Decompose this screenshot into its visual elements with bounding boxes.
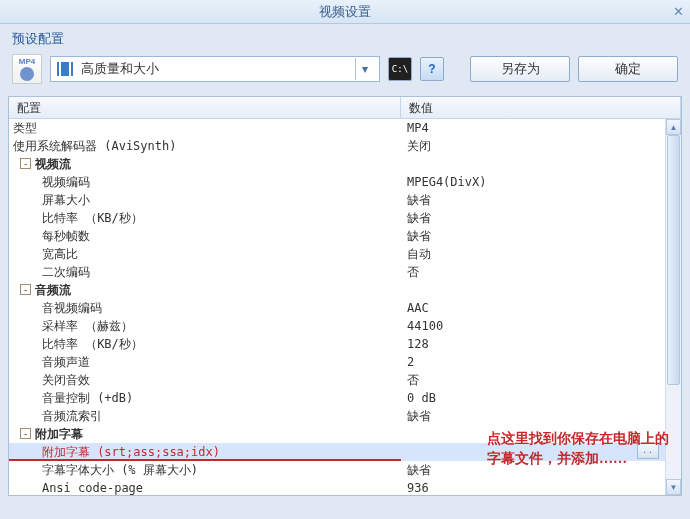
table-row[interactable]: 字幕字体大小 (% 屏幕大小)缺省	[9, 461, 681, 479]
row-label: 屏幕大小	[9, 191, 401, 209]
preset-row: MP4 高质量和大小 ▾ C:\ ? 另存为 确定	[12, 54, 678, 84]
preset-title: 预设配置	[12, 30, 678, 48]
settings-table: 配置 数值 类型MP4使用系统解码器 (AviSynth)关闭 -视频流 视频编…	[8, 96, 682, 496]
table-row[interactable]: 比特率 （KB/秒）128	[9, 335, 681, 353]
collapse-icon[interactable]: -	[20, 158, 31, 169]
row-value[interactable]: 0 dB	[401, 389, 681, 407]
table-row[interactable]: 使用系统解码器 (AviSynth)关闭	[9, 137, 681, 155]
collapse-icon[interactable]: -	[20, 284, 31, 295]
row-value[interactable]: 缺省	[401, 227, 681, 245]
saveas-button[interactable]: 另存为	[470, 56, 570, 82]
table-row[interactable]: 音量控制 (+dB)0 dB	[9, 389, 681, 407]
collapse-icon[interactable]: -	[20, 428, 31, 439]
row-label: 二次编码	[9, 263, 401, 281]
browse-button[interactable]: ..	[637, 443, 659, 459]
row-value[interactable]	[401, 155, 681, 173]
table-row[interactable]: 附加字幕 (srt;ass;ssa;idx)..	[9, 443, 681, 461]
row-label: 音频声道	[9, 353, 401, 371]
row-label: 视频编码	[9, 173, 401, 191]
row-value[interactable]: MP4	[401, 119, 681, 137]
row-value[interactable]: 否	[401, 263, 681, 281]
table-row[interactable]: 屏幕大小缺省	[9, 191, 681, 209]
row-value[interactable]	[401, 281, 681, 299]
table-body: 类型MP4使用系统解码器 (AviSynth)关闭 -视频流 视频编码MPEG4…	[9, 119, 681, 495]
row-label: 音频流索引	[9, 407, 401, 425]
scroll-up-icon[interactable]: ▲	[666, 119, 681, 135]
row-value[interactable]: ..	[401, 443, 681, 461]
table-row[interactable]: 关闭音效否	[9, 371, 681, 389]
row-label: 比特率 （KB/秒）	[9, 335, 401, 353]
ok-button[interactable]: 确定	[578, 56, 678, 82]
row-label: 宽高比	[9, 245, 401, 263]
row-value[interactable]	[401, 425, 681, 443]
row-label: -附加字幕	[9, 425, 401, 443]
row-value[interactable]: 缺省	[401, 461, 681, 479]
scroll-thumb[interactable]	[667, 135, 680, 385]
row-value[interactable]: 缺省	[401, 191, 681, 209]
row-value[interactable]: 44100	[401, 317, 681, 335]
row-label: 字幕字体大小 (% 屏幕大小)	[9, 461, 401, 479]
row-value[interactable]: 936	[401, 479, 681, 495]
table-row[interactable]: 采样率 （赫兹）44100	[9, 317, 681, 335]
row-value[interactable]: 128	[401, 335, 681, 353]
help-button[interactable]: ?	[420, 57, 444, 81]
row-value[interactable]: 缺省	[401, 209, 681, 227]
table-row[interactable]: -附加字幕	[9, 425, 681, 443]
table-row[interactable]: 音频声道2	[9, 353, 681, 371]
table-row[interactable]: 视频编码MPEG4(DivX)	[9, 173, 681, 191]
format-icon: MP4	[12, 54, 42, 84]
scroll-down-icon[interactable]: ▼	[666, 479, 681, 495]
row-value[interactable]: MPEG4(DivX)	[401, 173, 681, 191]
table-row[interactable]: -音频流	[9, 281, 681, 299]
close-icon[interactable]: ✕	[673, 4, 684, 19]
table-row[interactable]: 类型MP4	[9, 119, 681, 137]
console-button[interactable]: C:\	[388, 57, 412, 81]
preset-dropdown[interactable]: 高质量和大小 ▾	[50, 56, 380, 82]
table-row[interactable]: 宽高比自动	[9, 245, 681, 263]
row-value[interactable]: 否	[401, 371, 681, 389]
header-config[interactable]: 配置	[9, 97, 401, 118]
row-label: -视频流	[9, 155, 401, 173]
row-value[interactable]: AAC	[401, 299, 681, 317]
row-value[interactable]: 2	[401, 353, 681, 371]
gear-icon	[20, 67, 34, 81]
preset-selected: 高质量和大小	[81, 60, 355, 78]
film-icon	[57, 62, 73, 76]
table-row[interactable]: Ansi code-page936	[9, 479, 681, 495]
row-label: 采样率 （赫兹）	[9, 317, 401, 335]
row-label: 附加字幕 (srt;ass;ssa;idx)	[9, 443, 401, 461]
table-row[interactable]: 音频流索引缺省	[9, 407, 681, 425]
table-header: 配置 数值	[9, 97, 681, 119]
row-label: 音量控制 (+dB)	[9, 389, 401, 407]
scrollbar[interactable]: ▲ ▼	[665, 119, 681, 495]
row-value[interactable]: 自动	[401, 245, 681, 263]
row-label: 类型	[9, 119, 401, 137]
table-row[interactable]: -视频流	[9, 155, 681, 173]
table-row[interactable]: 每秒帧数缺省	[9, 227, 681, 245]
preset-section: 预设配置 MP4 高质量和大小 ▾ C:\ ? 另存为 确定	[0, 24, 690, 94]
header-value[interactable]: 数值	[401, 97, 681, 118]
table-row[interactable]: 二次编码否	[9, 263, 681, 281]
row-label: -音频流	[9, 281, 401, 299]
row-label: 使用系统解码器 (AviSynth)	[9, 137, 401, 155]
row-label: 每秒帧数	[9, 227, 401, 245]
table-row[interactable]: 比特率 （KB/秒）缺省	[9, 209, 681, 227]
row-label: Ansi code-page	[9, 479, 401, 495]
row-value[interactable]: 关闭	[401, 137, 681, 155]
table-row[interactable]: 音视频编码AAC	[9, 299, 681, 317]
row-value[interactable]: 缺省	[401, 407, 681, 425]
chevron-down-icon[interactable]: ▾	[355, 58, 373, 80]
row-label: 比特率 （KB/秒）	[9, 209, 401, 227]
row-label: 音视频编码	[9, 299, 401, 317]
titlebar: 视频设置 ✕	[0, 0, 690, 24]
window-title: 视频设置	[319, 3, 371, 21]
row-label: 关闭音效	[9, 371, 401, 389]
